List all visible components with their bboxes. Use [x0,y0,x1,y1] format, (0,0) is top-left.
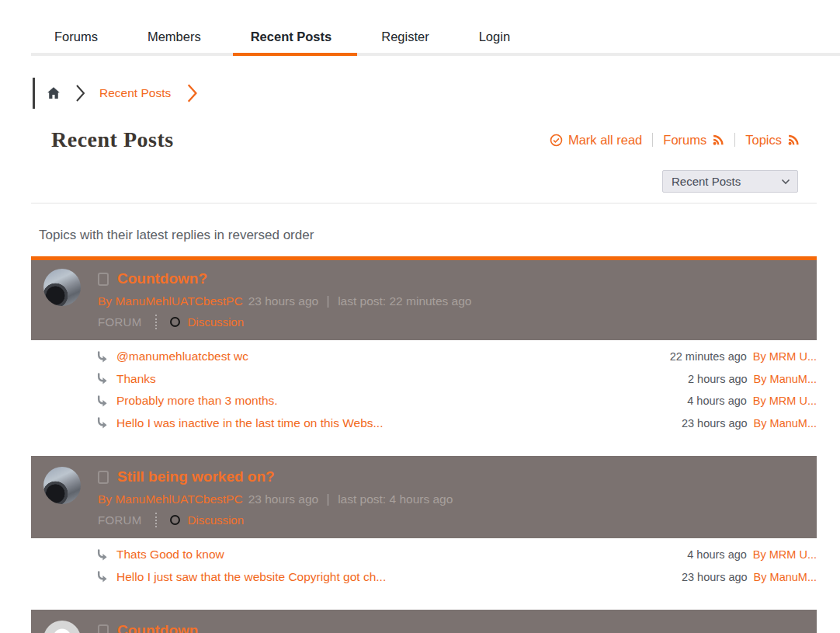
dotted-separator [155,315,157,329]
topic-meta: By ManuMehlUATCbestPC 23 hours ago last … [98,294,471,308]
topic-tags: FORUM Discussion [98,513,453,527]
separator [328,494,328,506]
reply-row: Thanks 2 hours ago By ManuM... [31,368,817,391]
rss-icon [712,134,724,146]
separator [328,296,328,308]
reply-arrow-icon [95,548,108,562]
active-tab-underline [233,53,357,56]
filter-selected-value: Recent Posts [672,175,741,188]
header-links: Mark all read Forums Topics [550,133,800,148]
breadcrumb-current[interactable]: Recent Posts [99,86,171,100]
nav-item-members[interactable]: Members [148,30,201,44]
topic-card[interactable]: Countdown? By ManuMehlUATCbestPC 23 hour… [31,256,817,340]
reply-author-link[interactable]: By MRM U... [753,395,817,407]
topic-meta: By ManuMehlUATCbestPC 23 hours ago last … [98,492,453,506]
reply-arrow-icon [95,350,108,363]
dotted-separator [155,513,157,527]
page-title: Recent Posts [51,127,174,152]
breadcrumb-divider-bar [33,78,35,109]
reply-author-link[interactable]: By ManuM... [754,373,817,385]
filter-row: Recent Posts [0,170,798,193]
forum-label: FORUM [98,315,142,329]
topic-doc-icon [98,273,109,286]
topic-title[interactable]: Still being worked on? [117,468,275,485]
breadcrumb: Recent Posts [33,76,840,110]
mark-all-read-button[interactable]: Mark all read [550,133,642,148]
tag-circle-icon [170,515,180,525]
topics-rss-link[interactable]: Topics [745,133,800,148]
topic-last-post-time: last post: 22 minutes ago [338,294,471,308]
topic-author-link[interactable]: By ManuMehlUATCbestPC [98,492,243,506]
page-header: Recent Posts Mark all read Forums Topics [51,127,800,152]
rss-icon [787,134,800,146]
avatar-placeholder[interactable] [43,621,81,633]
chevron-right-icon-accent [183,82,200,105]
reply-author-link[interactable]: By ManuM... [754,417,817,430]
nav-item-recent-posts[interactable]: Recent Posts [251,30,332,44]
nav-item-login[interactable]: Login [479,30,510,44]
reply-time: 22 minutes ago [670,350,747,363]
reply-time: 23 hours ago [682,571,748,583]
check-circle-icon [550,134,563,147]
section-intro: Topics with their latest replies in reve… [39,228,840,243]
tag-circle-icon [170,317,180,327]
separator [734,133,735,147]
reply-author-link[interactable]: By MRM U... [753,350,817,363]
topic-tag-link[interactable]: Discussion [188,315,245,329]
topic-card[interactable]: Countdown [31,610,817,633]
reply-row: @manumehluatcbest wc 22 minutes ago By M… [31,346,817,368]
reply-time: 2 hours ago [688,373,748,385]
topic-replies: @manumehluatcbest wc 22 minutes ago By M… [31,340,817,442]
reply-arrow-icon [95,570,108,583]
reply-arrow-icon [95,395,108,408]
topic-posted-time: 23 hours ago [248,492,319,506]
topic-tags: FORUM Discussion [98,315,471,329]
reply-row: Probably more than 3 months. 4 hours ago… [31,390,817,412]
reply-link[interactable]: Thats Good to know [116,548,224,562]
reply-link[interactable]: @manumehluatcbest wc [116,350,248,363]
reply-time: 4 hours ago [687,395,747,407]
home-icon[interactable] [45,85,62,102]
reply-link[interactable]: Thanks [116,372,156,386]
nav-item-forums[interactable]: Forums [54,30,98,44]
reply-time: 23 hours ago [682,417,748,430]
reply-author-link[interactable]: By ManuM... [754,571,817,583]
topic-last-post-time: last post: 4 hours ago [338,492,453,506]
forum-label: FORUM [98,513,142,527]
topic-title[interactable]: Countdown? [117,270,207,287]
main-nav: Forums Members Recent Posts Register Log… [31,20,840,56]
separator [652,133,653,147]
nav-item-register[interactable]: Register [381,30,429,44]
topic-title[interactable]: Countdown [117,622,198,633]
topics-rss-label: Topics [745,133,782,148]
topic-doc-icon [98,471,109,484]
reply-arrow-icon [95,416,108,430]
reply-link[interactable]: Hello I just saw that the website Copyri… [116,570,386,584]
topic-author-link[interactable]: By ManuMehlUATCbestPC [98,294,243,308]
mark-all-read-label: Mark all read [568,133,642,148]
recent-posts-feed: Countdown? By ManuMehlUATCbestPC 23 hour… [31,256,817,633]
chevron-right-icon [72,82,88,104]
recent-posts-filter-select[interactable]: Recent Posts [662,170,798,193]
reply-arrow-icon [95,372,108,385]
forums-rss-label: Forums [663,133,706,148]
reply-row: Hello I just saw that the website Copyri… [31,566,817,589]
reply-author-link[interactable]: By MRM U... [753,548,817,561]
reply-time: 4 hours ago [687,548,747,561]
topic-doc-icon [98,624,109,633]
topic-card[interactable]: Still being worked on? By ManuMehlUATCbe… [31,456,817,538]
avatar[interactable] [43,467,81,504]
reply-row: Hello I was inactive in the last time on… [31,412,817,435]
chevron-down-icon [781,179,790,185]
forums-rss-link[interactable]: Forums [663,133,724,148]
reply-link[interactable]: Hello I was inactive in the last time on… [116,416,383,430]
avatar[interactable] [43,269,81,306]
topic-replies: Thats Good to know 4 hours ago By MRM U.… [31,538,817,596]
section-divider [31,203,817,203]
reply-row: Thats Good to know 4 hours ago By MRM U.… [31,544,817,566]
reply-link[interactable]: Probably more than 3 months. [116,394,278,408]
topic-tag-link[interactable]: Discussion [188,513,245,527]
topic-posted-time: 23 hours ago [248,294,319,308]
